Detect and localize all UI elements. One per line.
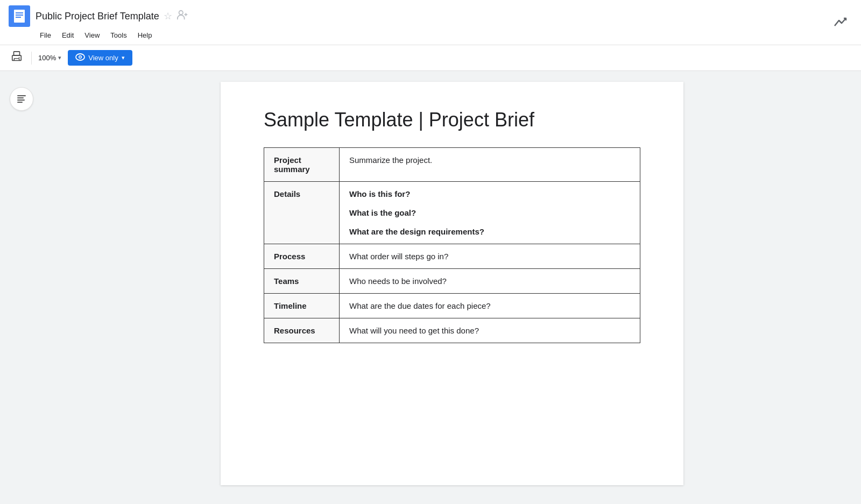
title-row: Public Project Brief Template ☆ [9,0,852,28]
table-row: Process What order will steps go in? [264,244,640,269]
label-teams: Teams [264,269,340,294]
content-details: Who is this for? What is the goal? What … [340,182,640,244]
svg-rect-2 [16,12,23,13]
menu-tools[interactable]: Tools [106,29,131,41]
view-only-label: View only [88,54,118,62]
content-timeline: What are the due dates for each piece? [340,294,640,318]
svg-rect-10 [14,59,19,61]
content-project-summary: Summarize the project. [340,148,640,182]
table-row: Details Who is this for? What is the goa… [264,182,640,244]
doc-title-text: Public Project Brief Template [36,11,159,22]
outline-button[interactable] [10,87,33,111]
svg-rect-18 [17,102,23,103]
svg-point-14 [80,56,81,58]
top-bar: Public Project Brief Template ☆ [0,0,861,45]
svg-rect-8 [14,52,20,55]
page-area: Sample Template | Project Brief Projects… [0,71,861,496]
view-only-button[interactable]: View only ▾ [68,50,132,66]
table-row: Timeline What are the due dates for each… [264,294,640,318]
menu-help[interactable]: Help [133,29,157,41]
menu-file[interactable]: File [36,29,55,41]
toolbar-divider [31,52,32,65]
docs-icon [9,5,30,27]
svg-rect-1 [14,10,25,23]
document-page: Sample Template | Project Brief Projects… [221,82,683,485]
svg-rect-4 [16,17,21,18]
label-details: Details [264,182,340,244]
print-button[interactable] [9,48,25,67]
view-only-chevron: ▾ [122,54,125,61]
person-add-icon[interactable] [177,9,188,23]
details-item-2: What is the goal? [349,208,630,217]
svg-point-5 [179,11,182,15]
left-sidebar [0,82,43,485]
zoom-level: 100% [38,54,56,62]
eye-icon [75,53,85,62]
content-process: What order will steps go in? [340,244,640,269]
doc-title-area: Public Project Brief Template ☆ [36,9,188,23]
svg-rect-17 [17,100,25,101]
svg-rect-16 [17,97,24,98]
zoom-control[interactable]: 100% ▾ [38,54,61,62]
table-row: Projectsummary Summarize the project. [264,148,640,182]
label-timeline: Timeline [264,294,340,318]
toolbar: 100% ▾ View only ▾ [0,45,861,71]
content-resources: What will you need to get this done? [340,318,640,343]
menu-edit[interactable]: Edit [58,29,78,41]
svg-rect-15 [17,95,26,96]
trending-icon [834,16,848,31]
table-row: Teams Who needs to be involved? [264,269,640,294]
table-row: Resources What will you need to get this… [264,318,640,343]
brief-table: Projectsummary Summarize the project. De… [264,147,640,343]
label-resources: Resources [264,318,340,343]
svg-point-11 [19,57,20,58]
menu-view[interactable]: View [80,29,104,41]
menu-row: File Edit View Tools Help [9,28,852,45]
svg-rect-3 [16,15,23,16]
details-item-3: What are the design requirements? [349,227,630,236]
label-process: Process [264,244,340,269]
star-icon[interactable]: ☆ [164,10,172,22]
content-teams: Who needs to be involved? [340,269,640,294]
zoom-dropdown-icon: ▾ [58,54,61,61]
details-item-1: Who is this for? [349,189,630,198]
doc-title: Public Project Brief Template ☆ [36,9,188,23]
document-heading: Sample Template | Project Brief [264,109,640,131]
label-project-summary: Projectsummary [264,148,340,182]
